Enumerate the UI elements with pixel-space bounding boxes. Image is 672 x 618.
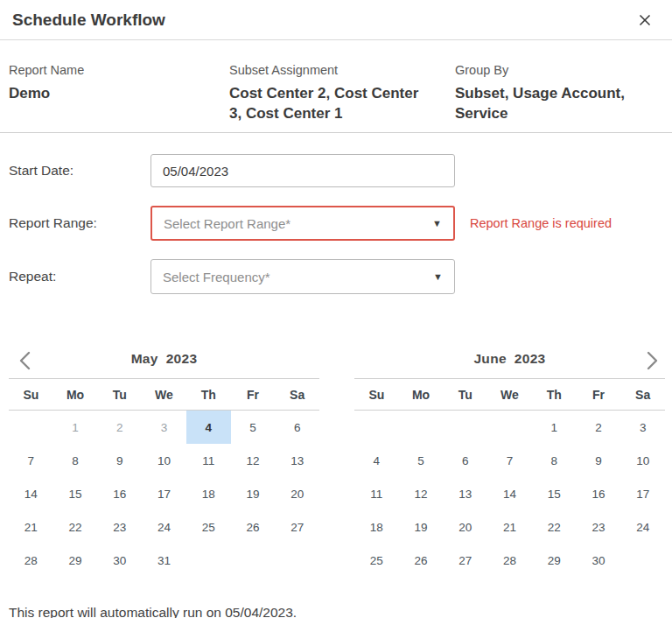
day-cell[interactable]: 5 xyxy=(399,444,444,477)
group-by-value: Subset, Usage Account, Service xyxy=(455,83,663,123)
day-cell xyxy=(275,544,319,577)
calendar-week-row: 78910111213 xyxy=(9,444,319,477)
day-cell[interactable]: 31 xyxy=(142,544,186,577)
day-cell[interactable]: 15 xyxy=(53,477,98,510)
day-cell[interactable]: 14 xyxy=(487,477,532,510)
day-header: We xyxy=(142,388,186,402)
day-header: Tu xyxy=(97,388,142,402)
calendar-week-row: 11121314151617 xyxy=(354,477,665,510)
day-cell[interactable]: 28 xyxy=(487,544,532,577)
day-cell[interactable]: 16 xyxy=(577,477,621,510)
start-date-label: Start Date: xyxy=(9,163,150,179)
day-cell[interactable]: 25 xyxy=(354,544,399,577)
day-cell[interactable]: 7 xyxy=(9,444,53,477)
day-cell[interactable]: 24 xyxy=(142,510,186,544)
day-cell: 1 xyxy=(53,411,98,444)
day-cell[interactable]: 14 xyxy=(9,477,53,510)
repeat-select[interactable]: Select Frequency* ▼ xyxy=(150,259,455,294)
day-cell xyxy=(186,544,231,577)
day-cell[interactable]: 1 xyxy=(532,411,577,444)
day-cell[interactable]: 13 xyxy=(275,444,319,477)
day-cell[interactable]: 27 xyxy=(275,510,319,544)
calendar-may-daynames: SuMoTuWeThFrSa xyxy=(9,378,319,411)
day-cell[interactable]: 5 xyxy=(231,411,276,444)
schedule-form: Start Date: Report Range: Select Report … xyxy=(0,133,672,294)
day-cell[interactable]: 6 xyxy=(275,411,319,444)
day-header: Th xyxy=(186,388,231,402)
chevron-down-icon: ▼ xyxy=(433,272,443,282)
day-cell[interactable]: 8 xyxy=(53,444,98,477)
day-cell[interactable]: 30 xyxy=(577,544,621,577)
chevron-left-icon xyxy=(18,362,32,375)
day-cell[interactable]: 12 xyxy=(399,477,444,510)
day-cell[interactable]: 8 xyxy=(532,444,577,477)
day-cell[interactable]: 30 xyxy=(97,544,142,577)
auto-run-note: This report will automatically run on 05… xyxy=(0,577,672,618)
day-cell[interactable]: 26 xyxy=(231,510,276,544)
day-cell[interactable]: 17 xyxy=(142,477,186,510)
day-header: Su xyxy=(9,388,53,402)
day-cell[interactable]: 28 xyxy=(9,544,53,577)
repeat-row: Repeat: Select Frequency* ▼ xyxy=(9,259,663,294)
day-cell[interactable]: 2 xyxy=(577,411,621,444)
day-cell xyxy=(354,411,399,444)
subset-assignment-value: Cost Center 2, Cost Center 3, Cost Cente… xyxy=(229,83,455,123)
close-button[interactable] xyxy=(634,11,656,30)
day-cell[interactable]: 4 xyxy=(354,444,399,477)
day-cell xyxy=(487,411,532,444)
day-cell[interactable]: 11 xyxy=(354,477,399,510)
calendar-week-row: 123456 xyxy=(9,411,319,444)
calendar-week-row: 252627282930 xyxy=(354,544,665,577)
day-cell[interactable]: 21 xyxy=(9,510,53,544)
dialog-title: Schedule Workflow xyxy=(12,11,165,30)
day-cell[interactable]: 21 xyxy=(487,510,532,544)
report-range-error: Report Range is required xyxy=(470,216,612,230)
previous-month-button[interactable] xyxy=(16,348,34,374)
day-cell[interactable]: 22 xyxy=(53,510,98,544)
day-cell[interactable]: 13 xyxy=(443,477,487,510)
day-cell[interactable]: 23 xyxy=(97,510,142,544)
day-header: Mo xyxy=(53,388,98,402)
schedule-workflow-dialog: Schedule Workflow Report Name Demo Subse… xyxy=(0,0,672,618)
calendar-week-row: 123 xyxy=(354,411,665,444)
day-cell[interactable]: 25 xyxy=(186,510,231,544)
repeat-placeholder: Select Frequency* xyxy=(163,270,270,284)
day-cell[interactable]: 9 xyxy=(97,444,142,477)
day-cell[interactable]: 29 xyxy=(53,544,98,577)
day-cell[interactable]: 26 xyxy=(399,544,444,577)
next-month-button[interactable] xyxy=(643,348,662,374)
day-cell[interactable]: 9 xyxy=(577,444,621,477)
day-cell[interactable]: 23 xyxy=(577,510,621,544)
day-cell[interactable]: 12 xyxy=(231,444,276,477)
day-cell[interactable]: 27 xyxy=(443,544,487,577)
calendar-june-grid: 1234567891011121314151617181920212223242… xyxy=(354,411,665,577)
date-range-calendars: May2023 SuMoTuWeThFrSa 12345678910111213… xyxy=(0,313,672,577)
day-header: Fr xyxy=(577,388,621,402)
calendar-june-header: June2023 xyxy=(354,340,665,378)
day-cell[interactable]: 10 xyxy=(142,444,186,477)
day-cell[interactable]: 24 xyxy=(620,510,665,544)
day-cell[interactable]: 20 xyxy=(275,477,319,510)
day-cell-selected[interactable]: 4 xyxy=(186,411,231,444)
day-cell[interactable]: 16 xyxy=(97,477,142,510)
day-cell[interactable]: 19 xyxy=(231,477,276,510)
day-cell[interactable]: 10 xyxy=(620,444,665,477)
report-range-select[interactable]: Select Report Range* ▼ xyxy=(150,206,455,241)
group-by-label: Group By xyxy=(455,63,663,77)
day-cell[interactable]: 17 xyxy=(620,477,665,510)
day-cell[interactable]: 20 xyxy=(443,510,487,544)
day-cell[interactable]: 22 xyxy=(532,510,577,544)
day-cell[interactable]: 18 xyxy=(186,477,231,510)
calendar-june: June2023 SuMoTuWeThFrSa 1234567891011121… xyxy=(354,340,665,577)
day-header: Fr xyxy=(231,388,276,402)
report-name-label: Report Name xyxy=(9,63,229,77)
day-cell[interactable]: 18 xyxy=(354,510,399,544)
day-cell[interactable]: 29 xyxy=(532,544,577,577)
start-date-input[interactable] xyxy=(150,154,455,187)
day-cell[interactable]: 6 xyxy=(443,444,487,477)
day-cell[interactable]: 15 xyxy=(532,477,577,510)
day-cell[interactable]: 11 xyxy=(186,444,231,477)
day-cell[interactable]: 7 xyxy=(487,444,532,477)
day-cell[interactable]: 19 xyxy=(399,510,444,544)
day-cell[interactable]: 3 xyxy=(620,411,665,444)
